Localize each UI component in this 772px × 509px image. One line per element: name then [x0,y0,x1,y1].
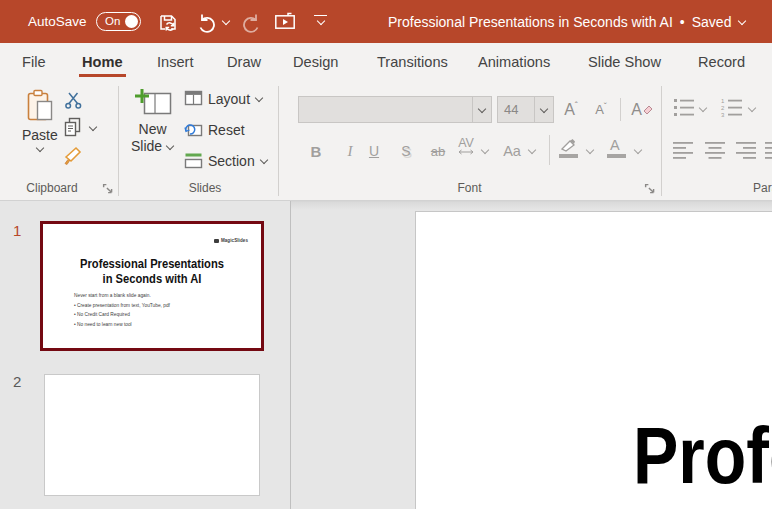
bullets-chevron[interactable] [699,105,707,112]
title-dropdown-chevron[interactable] [738,18,746,25]
align-center-icon [704,139,726,161]
character-spacing-chevron[interactable] [481,147,489,154]
font-color-button[interactable]: A [604,137,630,163]
font-size-combo-chevron[interactable] [534,97,553,122]
magicslides-logo-icon [214,239,219,243]
font-size-value: 44 [498,97,534,122]
panel-divider[interactable] [290,201,291,509]
title-bar: AutoSave On Professional Presentations i… [0,0,772,43]
clear-formatting-button[interactable]: A [629,96,655,123]
document-title[interactable]: Professional Presentations in Seconds wi… [388,0,746,43]
slide-1-thumbnail-body-line: • No need to learn new tool [74,320,170,330]
section-label: Section [208,153,255,169]
font-color-bar [607,154,626,158]
font-name-value [299,97,472,122]
font-name-combo[interactable] [298,96,492,123]
slide-1-number: 1 [13,222,21,239]
align-justify-button[interactable] [764,139,772,163]
slides-group-label: Slides [130,181,280,195]
new-slide-button[interactable]: New Slide [131,88,174,154]
tab-file[interactable]: File [22,43,46,80]
tab-record[interactable]: Record [698,43,745,80]
align-center-button[interactable] [704,139,728,163]
font-group-label: Font [278,181,661,195]
magicslides-logo-text: MagicSlides [221,238,248,243]
grow-font-button[interactable]: Aˆ [559,96,583,123]
font-color-chevron[interactable] [634,147,642,154]
title-separator-dot: • [680,14,685,30]
document-title-text: Professional Presentations in Seconds wi… [388,14,673,30]
autosave-toggle[interactable]: On [96,12,141,31]
undo-icon[interactable] [197,11,219,33]
slide-1-thumbnail-title-line2: in Seconds with AI [51,272,254,287]
clipboard-dialog-launcher-icon[interactable] [102,183,114,195]
paste-dropdown-chevron [36,145,44,152]
redo-icon[interactable] [239,11,261,33]
clear-formatting-eraser-icon [643,105,653,115]
svg-text:2: 2 [721,105,725,111]
tab-draw[interactable]: Draw [227,43,261,80]
change-case-button[interactable]: Aa [498,139,526,163]
font-dialog-launcher-icon[interactable] [644,183,656,195]
character-spacing-arrows-icon [458,149,474,155]
highlight-color-chevron[interactable] [586,147,594,154]
highlight-pen-icon [559,138,579,152]
align-right-button[interactable] [735,139,759,163]
magicslides-logo: MagicSlides [214,238,248,243]
font-name-combo-chevron[interactable] [472,97,491,122]
undo-dropdown-chevron[interactable] [222,18,230,25]
underline-button[interactable]: U [362,139,386,163]
italic-button[interactable]: I [338,139,362,163]
slide-1-thumbnail-title-line1: Professional Presentations [51,257,254,272]
paste-button[interactable]: Paste [22,89,58,152]
align-right-icon [735,139,757,161]
autosave-label: AutoSave [28,0,87,43]
tab-transitions[interactable]: Transitions [377,43,448,80]
ribbon-tab-bar: File Home Insert Draw Design Transitions… [0,43,772,80]
new-slide-label-line1: New [139,121,167,137]
change-case-chevron[interactable] [528,147,536,154]
slide-1-thumbnail[interactable]: MagicSlides Professional Presentations i… [40,221,264,351]
svg-text:3: 3 [721,112,725,118]
save-icon[interactable] [157,10,181,34]
character-spacing-button[interactable]: AV [452,137,480,161]
bold-button[interactable]: B [304,139,328,163]
slide-title-text[interactable]: Professional Presentations in Seconds wi… [633,416,772,496]
section-button[interactable]: Section [184,152,268,169]
cut-icon[interactable] [64,91,83,110]
copy-icon[interactable] [63,117,82,138]
font-size-combo[interactable]: 44 [497,96,554,123]
slide-1-thumbnail-body-line: Never start from a blank slide again. [74,291,170,301]
paragraph-group-label: Paragraph [753,181,772,195]
numbering-button[interactable]: 123 [720,95,744,119]
tab-insert[interactable]: Insert [157,43,194,80]
highlight-color-button[interactable] [556,137,582,163]
save-status: Saved [692,14,732,30]
bullets-button[interactable] [672,95,696,119]
slide-1-thumbnail-body-line: • Create presentation from text, YouTube… [74,301,170,311]
slide-2-number: 2 [13,373,21,390]
text-shadow-button[interactable]: S [394,139,418,163]
reset-button[interactable]: Reset [184,121,245,138]
tab-slide-show[interactable]: Slide Show [588,43,661,80]
quick-access-more-icon[interactable] [314,15,327,25]
layout-button[interactable]: Layout [184,90,263,107]
format-painter-icon[interactable] [62,146,84,166]
slide-1-thumbnail-body-line: • No Credit Card Required [74,310,170,320]
numbering-chevron[interactable] [748,105,756,112]
slide-editing-canvas[interactable]: Professional Presentations in Seconds wi… [415,211,772,509]
tab-animations[interactable]: Animations [478,43,550,80]
shrink-font-button[interactable]: Aˇ [589,96,613,123]
strikethrough-button[interactable]: ab [424,139,452,163]
start-slideshow-icon[interactable] [273,11,297,33]
numbering-icon: 123 [720,95,744,119]
paste-label: Paste [22,127,58,143]
align-left-icon [672,139,694,161]
tab-design[interactable]: Design [293,43,338,80]
copy-dropdown-chevron[interactable] [89,124,97,131]
tab-home[interactable]: Home [82,43,123,80]
highlight-color-bar [559,154,578,158]
slide-1-thumbnail-body: Never start from a blank slide again. • … [74,291,170,329]
align-left-button[interactable] [672,139,696,163]
slide-2-thumbnail[interactable] [44,374,260,496]
